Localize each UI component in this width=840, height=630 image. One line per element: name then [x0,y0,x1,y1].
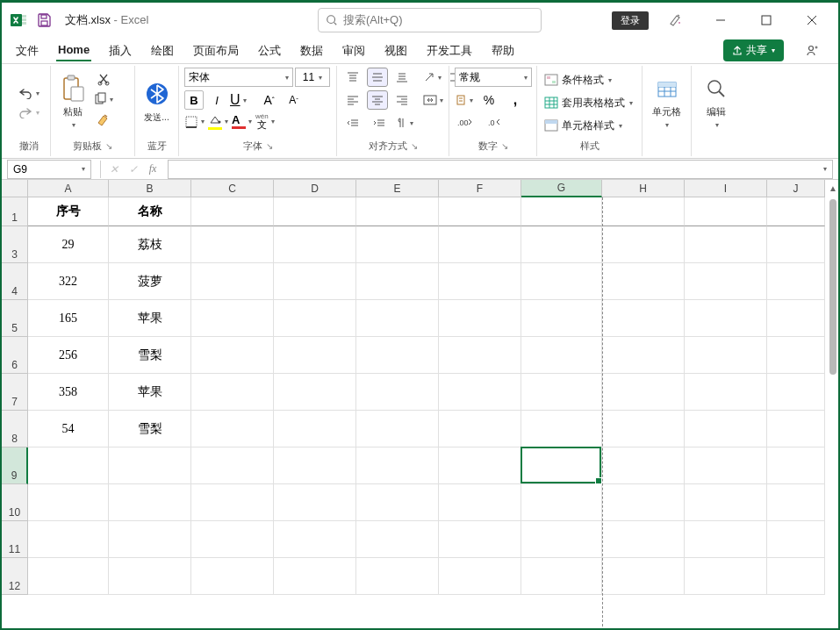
scroll-up-icon[interactable]: ▲ [829,183,837,193]
cell[interactable] [767,447,825,484]
select-all-corner[interactable] [2,180,28,197]
cell[interactable] [602,337,685,374]
comma-button[interactable]: , [505,90,526,110]
column-header[interactable]: E [356,180,439,197]
cell[interactable] [521,226,602,263]
cell[interactable] [274,300,356,337]
cell[interactable]: 256 [28,337,109,374]
coming-soon-icon[interactable] [656,7,694,33]
cell[interactable] [191,197,274,226]
cell-styles-button[interactable]: 单元格样式▾ [542,116,624,135]
cell[interactable] [191,337,274,374]
cell[interactable] [521,521,602,558]
cell[interactable] [191,447,274,484]
font-name-select[interactable]: 宋体▾ [184,68,293,87]
cell[interactable] [274,521,356,558]
bluetooth-send-button[interactable]: 发送... [140,68,174,136]
cell[interactable]: 名称 [109,197,191,226]
cell[interactable] [356,484,439,521]
align-middle-button[interactable] [367,68,388,87]
cell[interactable] [439,263,521,300]
cell[interactable] [109,484,191,521]
tab-data[interactable]: 数据 [298,39,325,62]
cell[interactable] [191,374,274,411]
borders-button[interactable]: ▾ [184,115,205,129]
vertical-scrollbar[interactable] [829,199,836,375]
cell[interactable] [356,558,439,595]
merge-button[interactable]: ▾ [423,94,443,106]
cell[interactable] [685,197,767,226]
share-button[interactable]: 共享 ▾ [723,39,784,61]
row-header[interactable]: 3 [2,226,28,263]
cell[interactable] [521,263,602,300]
cell[interactable] [191,263,274,300]
formula-input[interactable]: ▾ [168,160,833,179]
orientation-button[interactable]: ▾ [423,71,442,83]
underline-button[interactable]: U▾ [230,92,247,108]
row-header[interactable]: 5 [2,300,28,337]
cell[interactable]: 322 [28,263,109,300]
cell[interactable] [602,558,685,595]
column-header[interactable]: J [767,180,825,197]
cell[interactable] [439,411,521,447]
cell[interactable] [767,484,825,521]
cell[interactable] [767,337,825,374]
cell[interactable] [767,521,825,558]
dialog-launcher-icon[interactable]: ↘ [501,141,508,151]
column-header[interactable]: G [521,180,602,197]
cell[interactable] [685,226,767,263]
cell[interactable] [439,300,521,337]
cell[interactable]: 菠萝 [109,263,191,300]
cell[interactable] [602,447,685,484]
phonetic-button[interactable]: wén文▾ [255,113,275,130]
row-header[interactable]: 12 [2,558,28,595]
tab-file[interactable]: 文件 [14,39,40,62]
cell[interactable]: 29 [28,226,109,263]
cell[interactable] [274,197,356,226]
increase-decimal-button[interactable]: .00 [455,113,476,132]
close-button[interactable] [793,7,831,33]
fill-color-button[interactable]: ▾ [208,114,228,130]
cell[interactable] [767,411,825,447]
cell[interactable]: 苹果 [109,300,191,337]
cell[interactable]: 序号 [28,197,109,226]
cell[interactable]: 苹果 [109,374,191,411]
row-header[interactable]: 4 [2,263,28,300]
align-center-button[interactable] [367,90,388,110]
maximize-button[interactable] [747,7,786,33]
tab-insert[interactable]: 插入 [107,39,133,62]
row-header[interactable]: 11 [2,521,28,558]
accounting-format-button[interactable]: ▾ [455,94,473,106]
search-box[interactable]: 搜索(Alt+Q) [318,8,542,32]
cell[interactable]: 雪梨 [109,337,191,374]
cell[interactable] [356,337,439,374]
row-header[interactable]: 10 [2,484,28,521]
cell[interactable] [274,484,356,521]
conditional-format-button[interactable]: 条件格式▾ [542,70,614,89]
cell[interactable] [521,411,602,447]
cell[interactable] [521,197,602,226]
cell[interactable] [521,484,602,521]
cell[interactable] [356,411,439,447]
dialog-launcher-icon[interactable]: ↘ [411,141,418,151]
table-format-button[interactable]: 套用表格格式▾ [542,93,635,112]
cell[interactable] [602,411,685,447]
cell[interactable] [685,374,767,411]
undo-button[interactable]: ▾ [18,87,39,99]
decrease-font-button[interactable]: Aˇ [284,90,305,110]
cell[interactable] [28,447,109,484]
enter-formula-button[interactable]: ✓ [124,160,143,179]
cell[interactable] [602,263,685,300]
cells-button[interactable]: 单元格▾ [649,68,685,136]
cell[interactable] [439,226,521,263]
cell[interactable] [685,447,767,484]
editing-button[interactable]: 编辑▾ [700,68,733,136]
cell[interactable] [439,374,521,411]
row-header[interactable]: 9 [2,447,28,484]
cell[interactable] [191,226,274,263]
cell[interactable] [521,337,602,374]
cell[interactable] [602,226,685,263]
tab-view[interactable]: 视图 [383,39,409,62]
spreadsheet-grid[interactable]: ABCDEFGHIJ 13456789101112 序号名称29荔枝322菠萝1… [2,180,838,630]
cell[interactable] [685,263,767,300]
